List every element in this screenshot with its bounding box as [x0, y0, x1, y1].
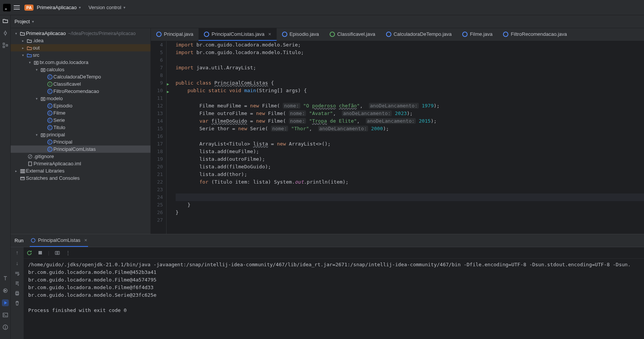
svg-line-40: [29, 155, 31, 158]
console-output[interactable]: /home/guido/.jdks/openjdk-21.0.1/bin/jav…: [24, 259, 644, 339]
tree-class[interactable]: CEpisodio: [11, 102, 151, 109]
tool-window-bar: [0, 15, 11, 339]
close-icon[interactable]: ×: [84, 237, 87, 243]
tree-folder-src[interactable]: ▾src: [11, 51, 151, 59]
svg-rect-52: [55, 251, 59, 254]
text-tool-icon[interactable]: [2, 275, 9, 282]
tab-label: Principal.java: [164, 31, 193, 37]
main-menu-button[interactable]: [14, 5, 20, 10]
code-editor[interactable]: 456789▶10▶111213141516171819202122232425…: [151, 41, 644, 234]
chevron-down-icon: ▾: [79, 5, 81, 10]
editor-tab[interactable]: FiltroRecomendacao.java: [498, 28, 572, 41]
tree-external-libs[interactable]: ▸External Libraries: [11, 167, 151, 174]
tab-label: CalculadoraDeTempo.java: [394, 31, 452, 37]
tree-package[interactable]: ▾br.com.guido.locadora: [11, 59, 151, 66]
svg-text:C: C: [49, 90, 51, 93]
run-config-name: PrincipalComListas: [38, 237, 80, 243]
tree-file-iml[interactable]: PrimeiraAplicacao.iml: [11, 160, 151, 167]
svg-text:C: C: [49, 126, 51, 130]
tree-class[interactable]: CCalculadoraDeTempo: [11, 73, 151, 80]
rerun-icon[interactable]: [27, 250, 32, 256]
svg-point-53: [57, 252, 58, 254]
editor-tabs: Principal.javaPrincipalComListas.java×Ep…: [151, 28, 644, 41]
tree-file-gitignore[interactable]: .gitignore: [11, 153, 151, 160]
svg-point-14: [36, 62, 37, 63]
tree-class[interactable]: CTitulo: [11, 124, 151, 131]
tree-scratches[interactable]: Scratches and Consoles: [11, 174, 151, 182]
more-icon[interactable]: ⋮: [66, 250, 70, 256]
down-arrow-icon[interactable]: ↓: [16, 260, 19, 266]
tab-label: Classificavel.java: [337, 31, 375, 37]
svg-point-34: [43, 134, 44, 136]
svg-text:C: C: [49, 118, 51, 122]
camera-icon[interactable]: [54, 250, 60, 256]
editor-tab[interactable]: Filme.java: [457, 28, 498, 41]
terminal-tool-icon[interactable]: [2, 312, 9, 318]
tree-interface[interactable]: IClassificavel: [11, 80, 151, 88]
file-type-icon: [282, 32, 287, 37]
tree-root[interactable]: ▾PrimeiraAplicacao~/IdeaProjects/Primeir…: [11, 30, 151, 37]
project-tool-icon[interactable]: [2, 18, 9, 24]
tree-folder-idea[interactable]: ▸.idea: [11, 37, 151, 44]
svg-text:C: C: [49, 147, 51, 151]
tree-package-principal[interactable]: ▾principal: [11, 131, 151, 138]
services-tool-icon[interactable]: [2, 287, 9, 294]
svg-rect-15: [41, 69, 45, 72]
svg-text:C: C: [49, 75, 51, 79]
svg-rect-6: [3, 46, 5, 48]
up-arrow-icon[interactable]: ↑: [16, 249, 19, 256]
svg-point-16: [43, 69, 44, 70]
run-panel-label: Run: [14, 238, 24, 243]
run-side-toolbar: ↑ ↓: [11, 247, 24, 339]
svg-rect-41: [29, 162, 32, 166]
svg-text:C: C: [49, 111, 51, 115]
tree-class[interactable]: CFilme: [11, 109, 151, 117]
trash-icon[interactable]: [14, 301, 20, 306]
tree-folder-out[interactable]: ▸out: [11, 44, 151, 51]
close-icon[interactable]: ×: [268, 31, 271, 37]
svg-rect-44: [24, 170, 25, 173]
svg-rect-13: [34, 61, 38, 64]
editor-tab[interactable]: Principal.java: [151, 28, 199, 41]
chevron-down-icon: ▾: [32, 19, 34, 24]
stop-icon[interactable]: [38, 250, 43, 255]
svg-text:C: C: [49, 104, 51, 108]
project-panel-title: Project: [14, 19, 30, 24]
project-tree[interactable]: ▾PrimeiraAplicacao~/IdeaProjects/Primeir…: [11, 28, 151, 234]
scroll-end-icon[interactable]: [14, 281, 20, 286]
tab-label: PrincipalComListas.java: [211, 31, 264, 37]
file-type-icon: [204, 32, 209, 37]
file-type-icon: [386, 32, 391, 37]
project-title[interactable]: PrimeiraAplicacao: [37, 5, 77, 10]
version-control-menu[interactable]: Version control: [88, 5, 121, 10]
run-tool-icon[interactable]: [2, 299, 9, 306]
editor-tab[interactable]: Episodio.java: [277, 28, 324, 41]
tree-package-modelo[interactable]: ▾modelo: [11, 95, 151, 102]
project-panel-header[interactable]: Project ▾: [11, 15, 644, 28]
ide-logo-icon: [3, 4, 11, 11]
svg-point-24: [43, 98, 44, 99]
print-icon[interactable]: [14, 291, 20, 296]
run-config-tab[interactable]: PrincipalComListas ×: [30, 234, 88, 247]
svg-rect-42: [21, 170, 22, 173]
tree-class[interactable]: CFiltroRecomendacao: [11, 88, 151, 95]
run-toolbar: | ⋮: [24, 247, 644, 259]
file-type-icon: [503, 32, 508, 37]
svg-rect-43: [22, 170, 23, 173]
tree-package-calculos[interactable]: ▾calculos: [11, 66, 151, 73]
svg-rect-9: [3, 313, 8, 317]
editor-tab[interactable]: PrincipalComListas.java×: [199, 28, 276, 41]
structure-tool-icon[interactable]: [2, 42, 9, 49]
problems-tool-icon[interactable]: [2, 324, 9, 331]
soft-wrap-icon[interactable]: [14, 271, 20, 276]
file-type-icon: [156, 32, 162, 37]
editor-tab[interactable]: Classificavel.java: [324, 28, 381, 41]
commit-tool-icon[interactable]: [2, 30, 9, 37]
tree-class-selected[interactable]: CPrincipalComListas: [11, 146, 151, 153]
svg-rect-33: [41, 134, 45, 137]
svg-point-2: [4, 32, 6, 34]
editor-tab[interactable]: CalculadoraDeTempo.java: [381, 28, 457, 41]
tree-class[interactable]: CSerie: [11, 117, 151, 124]
svg-rect-51: [38, 251, 42, 254]
tree-class[interactable]: CPrincipal: [11, 138, 151, 146]
